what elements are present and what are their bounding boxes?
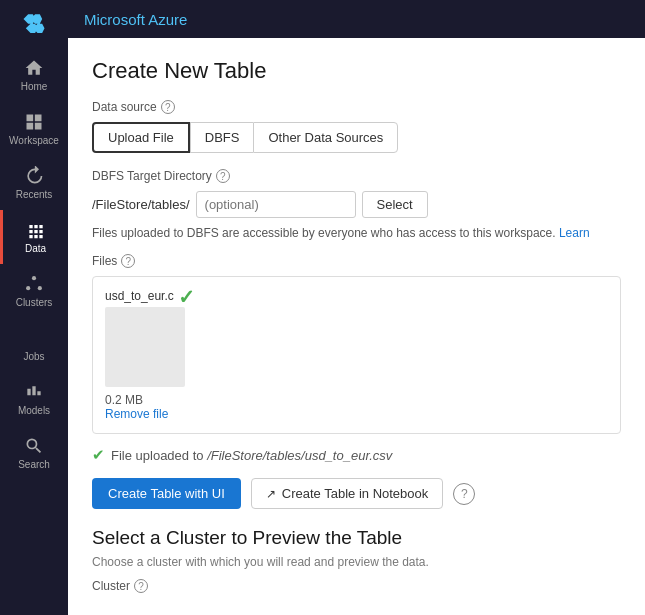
- sidebar-item-home[interactable]: Home: [0, 48, 68, 102]
- sidebar-item-clusters[interactable]: Clusters: [0, 264, 68, 318]
- sidebar-item-home-label: Home: [21, 81, 48, 92]
- sidebar-item-data[interactable]: Data: [0, 210, 68, 264]
- dbfs-button[interactable]: DBFS: [190, 122, 254, 153]
- action-help-icon[interactable]: ?: [453, 483, 475, 505]
- dbfs-input[interactable]: [196, 191, 356, 218]
- sidebar-item-search[interactable]: Search: [0, 426, 68, 480]
- dbfs-target-label: DBFS Target Directory ?: [92, 169, 621, 183]
- cluster-label: Cluster ?: [92, 579, 621, 593]
- sidebar-item-clusters-label: Clusters: [16, 297, 53, 308]
- files-box: usd_to_eur.c ✓ 0.2 MB Remove file: [92, 276, 621, 434]
- dbfs-help-icon[interactable]: ?: [216, 169, 230, 183]
- sidebar-item-recents-label: Recents: [16, 189, 53, 200]
- sidebar-item-search-label: Search: [18, 459, 50, 470]
- page-title: Create New Table: [92, 58, 621, 84]
- upload-success-text: File uploaded to /FileStore/tables/usd_t…: [111, 448, 392, 463]
- cluster-help-icon[interactable]: ?: [134, 579, 148, 593]
- action-buttons: Create Table with UI ↗ Create Table in N…: [92, 478, 621, 509]
- data-source-help-icon[interactable]: ?: [161, 100, 175, 114]
- files-label: Files ?: [92, 254, 621, 268]
- other-data-sources-button[interactable]: Other Data Sources: [253, 122, 398, 153]
- check-icon: ✓: [178, 285, 195, 309]
- sidebar-brand: [0, 0, 68, 48]
- dbfs-prefix: /FileStore/tables/: [92, 197, 190, 212]
- select-button[interactable]: Select: [362, 191, 428, 218]
- app-title: Microsoft Azure: [84, 11, 187, 28]
- sidebar-item-jobs-label: Jobs: [23, 351, 44, 362]
- sidebar-item-workspace-label: Workspace: [9, 135, 59, 146]
- main-content: Create New Table Data source ? Upload Fi…: [68, 38, 645, 615]
- file-thumbnail: [105, 307, 185, 387]
- sidebar-item-models-label: Models: [18, 405, 50, 416]
- create-table-notebook-button[interactable]: ↗ Create Table in Notebook: [251, 478, 443, 509]
- svg-point-0: [32, 276, 36, 280]
- data-source-buttons: Upload File DBFS Other Data Sources: [92, 122, 621, 153]
- create-table-ui-button[interactable]: Create Table with UI: [92, 478, 241, 509]
- upload-success: ✔ File uploaded to /FileStore/tables/usd…: [92, 446, 621, 464]
- sidebar-item-recents[interactable]: Recents: [0, 156, 68, 210]
- data-source-label: Data source ?: [92, 100, 621, 114]
- sidebar-item-workspace[interactable]: Workspace: [0, 102, 68, 156]
- sidebar-item-data-label: Data: [25, 243, 46, 254]
- remove-file-link[interactable]: Remove file: [105, 407, 168, 421]
- success-check-icon: ✔: [92, 446, 105, 464]
- file-size: 0.2 MB: [105, 393, 143, 407]
- file-card: usd_to_eur.c ✓ 0.2 MB Remove file: [105, 289, 195, 421]
- sidebar-item-jobs[interactable]: Jobs: [0, 318, 68, 372]
- info-text: Files uploaded to DBFS are accessible by…: [92, 226, 621, 240]
- svg-point-1: [26, 286, 30, 290]
- sidebar-item-models[interactable]: Models: [0, 372, 68, 426]
- upload-path: /FileStore/tables/usd_to_eur.csv: [207, 448, 392, 463]
- upload-file-button[interactable]: Upload File: [92, 122, 190, 153]
- svg-point-2: [38, 286, 42, 290]
- cluster-section-title: Select a Cluster to Preview the Table: [92, 527, 621, 549]
- cluster-section-desc: Choose a cluster with which you will rea…: [92, 555, 621, 569]
- app-topbar: Microsoft Azure: [68, 0, 645, 38]
- dbfs-row: /FileStore/tables/ Select: [92, 191, 621, 218]
- file-name: usd_to_eur.c: [105, 289, 174, 303]
- files-help-icon[interactable]: ?: [121, 254, 135, 268]
- learn-link[interactable]: Learn: [559, 226, 590, 240]
- external-link-icon: ↗: [266, 487, 276, 501]
- sidebar: Home Workspace Recents Data: [0, 0, 68, 615]
